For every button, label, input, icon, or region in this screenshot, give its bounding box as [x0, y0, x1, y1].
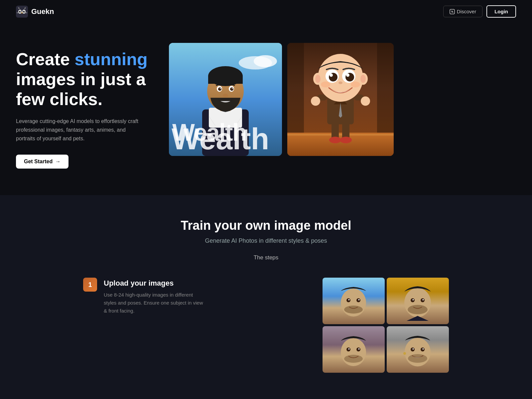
hero-title-part2: images in just a few clicks.: [16, 69, 146, 109]
login-label: Login: [494, 9, 508, 14]
svg-point-88: [348, 348, 350, 350]
svg-point-6: [24, 11, 25, 12]
arrow-icon: →: [55, 159, 61, 165]
svg-point-65: [346, 73, 349, 77]
svg-point-52: [311, 96, 320, 106]
svg-point-90: [344, 355, 363, 363]
svg-point-89: [358, 348, 360, 350]
svg-point-32: [230, 87, 233, 91]
svg-point-20: [254, 55, 277, 67]
svg-point-33: [220, 88, 221, 89]
svg-point-80: [413, 299, 414, 301]
hero-image-person: Wealth: [169, 43, 282, 156]
compass-icon: [450, 9, 455, 14]
step-1-title: Upload your images: [104, 279, 203, 288]
face-svg-4: [387, 326, 449, 373]
step-image-2: [387, 278, 449, 324]
svg-point-86: [346, 347, 350, 351]
hero-title-accent: stunning: [74, 50, 148, 69]
svg-point-81: [423, 299, 424, 301]
svg-point-34: [232, 88, 233, 89]
step-1-content: 1 Upload your images Use 8-24 high-quali…: [83, 278, 303, 315]
step-image-3: [323, 326, 385, 373]
navbar: Guekn Discover Login: [0, 0, 532, 23]
svg-point-31: [218, 87, 221, 91]
svg-point-4: [23, 11, 25, 13]
hero-title-part1: Create: [16, 50, 74, 69]
svg-point-66: [338, 81, 342, 84]
svg-rect-28: [208, 75, 243, 84]
svg-point-74: [358, 299, 360, 301]
svg-line-11: [17, 13, 19, 13]
steps-label: The steps: [27, 254, 505, 261]
step-1-images: [323, 278, 449, 373]
svg-point-82: [408, 305, 428, 314]
step-1-row: 1 Upload your images Use 8-24 high-quali…: [83, 278, 449, 373]
svg-point-35: [223, 94, 228, 97]
step-1-number: 1: [88, 281, 92, 289]
svg-point-64: [330, 73, 333, 77]
svg-point-93: [411, 347, 415, 351]
hero-text: Create stunning images in just a few cli…: [16, 43, 156, 169]
svg-point-44: [329, 137, 341, 143]
svg-text:Wealth: Wealth: [172, 122, 269, 156]
svg-point-3: [19, 11, 21, 13]
svg-rect-40: [287, 133, 394, 156]
svg-line-13: [25, 13, 27, 13]
face-svg-1: [323, 278, 385, 324]
step-1-description: Use 8-24 high-quality images in differen…: [104, 291, 203, 315]
step-1-badge: 1: [83, 278, 97, 292]
svg-point-95: [413, 348, 414, 350]
svg-point-57: [315, 75, 321, 83]
svg-point-73: [348, 299, 350, 301]
steps-section: Train your own image model Generate AI P…: [0, 195, 532, 399]
step-image-4: [387, 326, 449, 373]
svg-point-75: [344, 306, 363, 314]
discover-label: Discover: [457, 9, 476, 14]
svg-point-55: [318, 54, 363, 102]
svg-rect-0: [16, 6, 28, 18]
svg-point-78: [411, 298, 415, 302]
discover-button[interactable]: Discover: [443, 6, 482, 17]
logo-icon: [16, 6, 28, 18]
svg-point-94: [421, 347, 425, 351]
svg-point-87: [356, 347, 360, 351]
step-image-1: [323, 278, 385, 324]
logo-text: Guekn: [31, 7, 54, 16]
svg-point-71: [346, 298, 350, 302]
svg-point-79: [421, 298, 425, 302]
hero-subtitle: Leverage cutting-edge AI models to effor…: [16, 117, 142, 143]
get-started-label: Get Started: [24, 159, 53, 165]
steps-subtitle: Generate AI Photos in different styles &…: [27, 237, 505, 244]
steps-title: Train your own image model: [27, 218, 505, 233]
login-button[interactable]: Login: [486, 5, 516, 18]
cartoon-svg: [287, 43, 394, 156]
person-photo-svg: Wealth: [169, 43, 282, 156]
svg-point-72: [356, 298, 360, 302]
nav-actions: Discover Login: [443, 5, 516, 18]
svg-point-53: [361, 96, 370, 106]
get-started-button[interactable]: Get Started →: [16, 155, 68, 169]
svg-point-98: [403, 352, 406, 355]
svg-point-96: [423, 348, 424, 350]
face-svg-2: [387, 278, 449, 324]
svg-point-68: [351, 81, 360, 87]
svg-point-67: [321, 81, 330, 87]
svg-point-45: [340, 137, 352, 143]
svg-point-97: [408, 354, 427, 363]
hero-section: Create stunning images in just a few cli…: [0, 23, 532, 195]
logo: Guekn: [16, 6, 54, 18]
hero-title: Create stunning images in just a few cli…: [16, 50, 156, 109]
hero-images: Wealth: [169, 43, 516, 156]
svg-point-5: [20, 11, 21, 12]
svg-rect-41: [287, 134, 394, 135]
hero-image-cartoon: [287, 43, 394, 156]
step-1-text: Upload your images Use 8-24 high-quality…: [104, 278, 203, 315]
face-svg-3: [323, 326, 385, 373]
svg-point-59: [360, 75, 366, 83]
